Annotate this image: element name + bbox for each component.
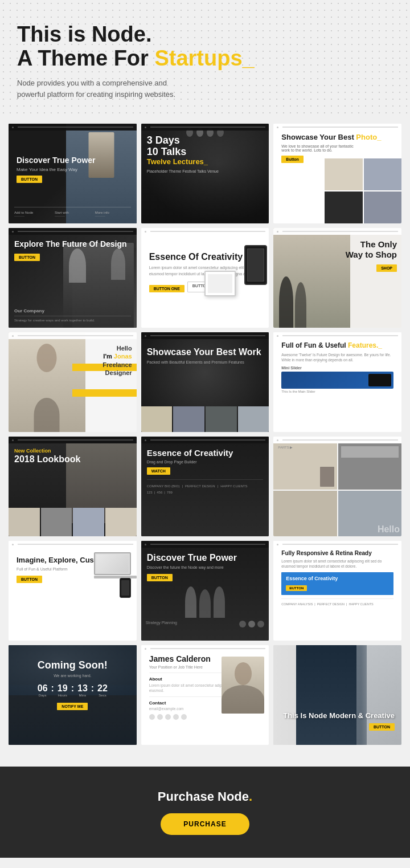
- card-navbar: [9, 541, 137, 548]
- card-subtitle: Discover the future the Node way and mor…: [147, 565, 264, 569]
- mini-slider-section: Mini Slider This Is the Main Slider: [281, 366, 393, 393]
- product-nav: PARTS ▶: [278, 445, 293, 449]
- footer-col2: Start with———: [55, 211, 91, 218]
- product-1: [273, 443, 337, 490]
- card-showcase-photo[interactable]: Showcase Your Best Photo_ We love to sho…: [273, 124, 401, 223]
- purchase-button[interactable]: PURCHASE: [161, 813, 249, 835]
- notify-btn[interactable]: NOTIFY ME: [57, 703, 88, 710]
- blue-btn[interactable]: BUTTON: [286, 585, 307, 591]
- card-explore-future[interactable]: Explore The Future Of Design BUTTON Our …: [9, 228, 137, 328]
- col2: PERFECT DESIGN: [185, 484, 215, 488]
- card-title: Coming Soon!: [14, 659, 131, 672]
- card-title: Essence of Creativity: [147, 448, 264, 458]
- card-event[interactable]: 3 Days 10 Talks Twelve Lectures_ Placeho…: [141, 124, 269, 223]
- card-button[interactable]: SHOP: [376, 264, 397, 272]
- card-navbar: [141, 645, 269, 652]
- main-slider: [281, 372, 393, 389]
- card-essence-2[interactable]: Essence of Creativity Drag and Drop Page…: [141, 437, 269, 536]
- card-title: The Only Way to Shop: [343, 239, 397, 260]
- card-james-calderon[interactable]: James Calderon Your Position or Job Titl…: [141, 645, 269, 745]
- card-subtitle: We are working hard.: [14, 674, 131, 678]
- hero-section: This is Node. A Theme For Startups_ Node…: [0, 0, 410, 118]
- card-navbar: [9, 124, 137, 131]
- countdown-secs: 22 Secs: [97, 683, 108, 697]
- card-title: Discover True Power: [17, 156, 129, 165]
- footer: Purchase Node. PURCHASE: [0, 767, 410, 858]
- laptop-shape: [94, 552, 134, 581]
- card-imagine[interactable]: Imagine, Explore, Customize Full of Fun …: [9, 541, 137, 641]
- company-label: Our Company: [14, 308, 131, 313]
- mini-slider-label: Mini Slider: [281, 366, 393, 370]
- nav-links: [18, 127, 133, 128]
- tablet-shape: [204, 271, 236, 296]
- card-title: Showcase Your Best Work: [147, 347, 264, 357]
- card-showcase-work[interactable]: Showcase Your Best Work Packed with Beau…: [141, 332, 269, 432]
- avatar-row: [239, 621, 264, 638]
- card-products[interactable]: Hello PARTS ▶: [273, 437, 401, 536]
- card-title: Discover True Power: [147, 552, 264, 563]
- card-button[interactable]: BUTTON: [17, 576, 42, 583]
- card-coming-soon[interactable]: Coming Soon! We are working hard. 06 Day…: [9, 645, 137, 745]
- grid-row-6: Coming Soon! We are working hard. 06 Day…: [9, 645, 401, 745]
- card-navbar: [141, 124, 269, 131]
- card-body: We love to showcase all of your fantasti…: [281, 144, 360, 152]
- col3: HAPPY CLIENTS: [348, 602, 373, 606]
- card-button[interactable]: WATCH: [147, 467, 170, 475]
- countdown-days: 06 Days: [38, 683, 48, 697]
- photo-grid: [325, 158, 401, 223]
- numbers-row: 123 | 456 | 789: [147, 491, 264, 494]
- card-only-way-shop[interactable]: The Only Way to Shop SHOP: [273, 228, 401, 328]
- hero-description: Node provides you with a comprehensive a…: [17, 78, 177, 101]
- blue-title: Essence of Creativity: [286, 576, 389, 581]
- card-name: I'm Jonas: [13, 352, 132, 360]
- countdown: 06 Days : 19 Hours : 13 Mins : 2: [14, 683, 131, 697]
- footer-col3: More info———: [95, 211, 131, 218]
- section-label: Strategy Planning: [146, 621, 177, 638]
- col3: HAPPY CLIENTS: [220, 484, 247, 488]
- divider: [14, 207, 131, 207]
- card-button[interactable]: BUTTON: [14, 254, 40, 261]
- card-title: 2018 Lookbook: [14, 454, 131, 464]
- card-subtitle: Packed with Beautiful Elements and Premi…: [147, 360, 264, 364]
- new-label: New Collection: [14, 448, 131, 454]
- people-silhouettes: [141, 584, 269, 618]
- card-node-modern[interactable]: This Is Node Modern & Creative BUTTON: [273, 645, 401, 745]
- product-4: Hello: [338, 491, 401, 537]
- card-navbar: [9, 437, 137, 443]
- card-body: Lorem ipsum dolor sit amet consectetur a…: [281, 559, 393, 569]
- card-responsive[interactable]: Fully Responsive & Retina Ready Lorem ip…: [273, 541, 401, 641]
- card-essence-light[interactable]: Essence Of Creativity Lorem ipsum dolor …: [141, 228, 269, 328]
- card-navbar: [273, 124, 401, 131]
- col2: PERFECT DESIGN: [317, 602, 345, 606]
- event-line3: Twelve Lectures_: [147, 158, 264, 166]
- card-navbar: [273, 332, 401, 339]
- card-title: Showcase Your Best Photo_: [281, 133, 393, 142]
- card-button[interactable]: Button: [281, 156, 304, 163]
- yellow-bar-mid: [72, 389, 136, 397]
- james-avatar: [222, 657, 264, 714]
- product-2: [338, 443, 401, 490]
- card-discover-power-2[interactable]: Strategy Planning Discover True Power Di…: [141, 541, 269, 641]
- slider-caption: This Is the Main Slider: [281, 390, 393, 393]
- card-button[interactable]: BUTTON: [369, 723, 395, 731]
- product-grid: Hello: [273, 443, 401, 536]
- grid-row-3: Hello I'm Jonas Freelance Designer Showc…: [9, 332, 401, 432]
- stats-row: COMPANY ANALYSIS | PERFECT DESIGN | HAPP…: [281, 602, 393, 606]
- card-hello-jonas[interactable]: Hello I'm Jonas Freelance Designer: [9, 332, 137, 432]
- card-fun-features[interactable]: Full of Fun & Useful Features._ Awesome …: [273, 332, 401, 432]
- product-3: [273, 491, 337, 537]
- card-navbar: [141, 437, 269, 443]
- card-discover-true-power[interactable]: Discover True Power Make Your Idea the E…: [9, 124, 137, 223]
- card-title: Explore The Future Of Design: [14, 239, 131, 249]
- phone-shape: [244, 245, 267, 285]
- col1: COMPANY BIO (BIO): [147, 484, 180, 488]
- btn-one[interactable]: BUTTON ONE: [149, 285, 184, 292]
- card-navbar: [9, 332, 137, 339]
- card-role1: Freelance: [13, 361, 132, 369]
- card-lookbook[interactable]: New Collection 2018 Lookbook: [9, 437, 137, 536]
- bottom-strip: Strategy Planning: [141, 618, 269, 641]
- card-subtitle: Drag and Drop Page Builder: [147, 460, 264, 464]
- card-body: Awesome 'Twelve' Is Future Design for aw…: [281, 352, 393, 362]
- card-button[interactable]: BUTTON: [17, 176, 42, 183]
- card-button[interactable]: BUTTON: [147, 574, 173, 581]
